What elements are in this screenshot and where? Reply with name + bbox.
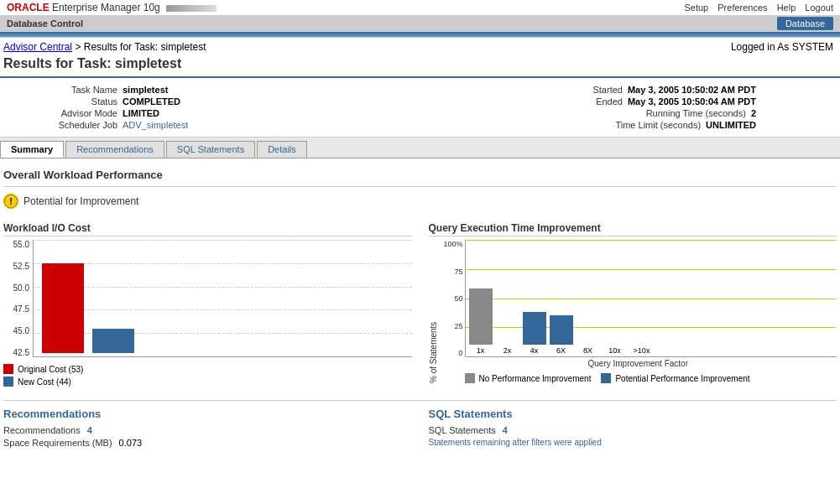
qet-bar-4x: 4x bbox=[523, 312, 546, 355]
qet-label-8x: 8X bbox=[583, 346, 592, 355]
time-limit-row: Time Limit (seconds) UNLIMITED bbox=[566, 120, 756, 130]
io-chart: 55.0 52.5 50.0 47.5 45.0 42.5 bbox=[3, 240, 412, 357]
qet-label-gt10x: >10x bbox=[634, 346, 650, 355]
help-link[interactable]: Help bbox=[777, 3, 796, 13]
preferences-link[interactable]: Preferences bbox=[717, 3, 767, 13]
io-chart-container: Workload I/O Cost 55.0 52.5 50.0 47.5 45… bbox=[3, 222, 412, 387]
qet-y-axis-label: % of Statements bbox=[429, 240, 438, 383]
qet-legend-blue-box bbox=[601, 373, 611, 383]
status-row: Status COMPLETED bbox=[34, 96, 188, 107]
qet-chart-title: Query Execution Time Improvement bbox=[429, 222, 837, 236]
ended-value: May 3, 2005 10:50:04 AM PDT bbox=[628, 96, 756, 107]
x-axis-title: Query Improvement Factor bbox=[440, 359, 837, 368]
sql-count-row: SQL Statements 4 bbox=[429, 425, 837, 435]
qy-0: 0 bbox=[458, 349, 462, 357]
io-y-axis: 55.0 52.5 50.0 47.5 45.0 42.5 bbox=[3, 240, 33, 357]
task-info-right: Started May 3, 2005 10:50:02 AM PDT Ende… bbox=[539, 85, 756, 130]
task-info-left: Task Name simpletest Status COMPLETED Ad… bbox=[34, 85, 188, 130]
tab-sql-statements[interactable]: SQL Statements bbox=[166, 141, 255, 158]
breadcrumb-area: Advisor Central > Results for Task: simp… bbox=[0, 38, 840, 55]
top-nav: Setup Preferences Help Logout bbox=[677, 3, 833, 13]
recommendations-count-label: Recommendations bbox=[3, 425, 81, 435]
blue-bar bbox=[0, 32, 840, 37]
tab-recommendations[interactable]: Recommendations bbox=[65, 141, 164, 158]
legend-new: New Cost (44) bbox=[3, 377, 412, 387]
time-limit-value: UNLIMITED bbox=[706, 120, 756, 130]
advisor-mode-row: Advisor Mode LIMITED bbox=[34, 108, 188, 118]
time-limit-label: Time Limit (seconds) bbox=[566, 120, 701, 130]
qet-bar-1x: 1x bbox=[469, 288, 493, 355]
qet-chart: 100% 75 50 25 0 bbox=[440, 240, 837, 357]
qet-bar-1x-gray bbox=[469, 288, 493, 345]
space-requirements-row: Space Requirements (MB) 0.073 bbox=[3, 438, 412, 448]
db-bar: Database Control Database bbox=[0, 15, 840, 32]
y-label-500: 50.0 bbox=[13, 283, 29, 293]
ended-row: Ended May 3, 2005 10:50:04 AM PDT bbox=[539, 96, 756, 107]
recommendations-count-link[interactable]: 4 bbox=[87, 425, 92, 435]
y-label-525: 52.5 bbox=[13, 262, 29, 271]
sql-count-link[interactable]: 4 bbox=[503, 425, 508, 435]
qy-50: 50 bbox=[454, 294, 462, 303]
top-bar: ORACLE Enterprise Manager 10g Setup Pref… bbox=[0, 0, 840, 15]
qet-legend: No Performance Improvement Potential Per… bbox=[440, 373, 837, 383]
qy-75: 75 bbox=[454, 268, 462, 276]
legend-new-text: New Cost (44) bbox=[18, 377, 71, 387]
qy-25: 25 bbox=[454, 322, 462, 330]
sql-statements-title: SQL Statements bbox=[429, 408, 837, 420]
tab-details[interactable]: Details bbox=[257, 141, 307, 158]
running-time-label: Running Time (seconds) bbox=[612, 108, 746, 118]
status-label: Status bbox=[34, 96, 117, 107]
database-badge: Database bbox=[777, 17, 833, 30]
task-name-label: Task Name bbox=[34, 85, 117, 95]
io-chart-legend: Original Cost (53) New Cost (44) bbox=[3, 364, 412, 387]
scheduler-job-label: Scheduler Job bbox=[34, 120, 117, 130]
breadcrumb-current: Results for Task: simpletest bbox=[84, 41, 206, 53]
task-name-value: simpletest bbox=[123, 85, 168, 95]
qy-100: 100% bbox=[443, 240, 462, 248]
y-label-550: 55.0 bbox=[13, 240, 29, 249]
qet-bar-8x: 8X bbox=[577, 345, 600, 355]
bar-new-cost bbox=[92, 329, 134, 353]
bar-original-cost bbox=[42, 263, 84, 353]
setup-link[interactable]: Setup bbox=[684, 3, 708, 13]
advisor-mode-value: LIMITED bbox=[123, 108, 159, 118]
oracle-text: ORACLE bbox=[7, 2, 50, 13]
em-title: Enterprise Manager 10g bbox=[52, 2, 160, 13]
y-label-425: 42.5 bbox=[13, 348, 29, 357]
legend-original-text: Original Cost (53) bbox=[18, 365, 83, 374]
potential-banner: ! Potential for Improvement bbox=[3, 194, 837, 209]
qet-bar-2x: 2x bbox=[496, 345, 519, 355]
recommendations-col: Recommendations Recommendations 4 Space … bbox=[3, 408, 412, 450]
space-value: 0.073 bbox=[119, 438, 143, 448]
qet-legend-no-text: No Performance Improvement bbox=[479, 374, 592, 383]
qet-bars: 1x 2x 4x bbox=[466, 240, 837, 356]
running-time-row: Running Time (seconds) 2 bbox=[612, 108, 756, 118]
db-control-label: Database Control bbox=[7, 18, 83, 29]
io-chart-area bbox=[33, 240, 412, 357]
scheduler-job-link[interactable]: ADV_simpletest bbox=[123, 120, 188, 130]
advisor-central-link[interactable]: Advisor Central bbox=[3, 41, 72, 53]
qet-bar-6x-blue bbox=[550, 315, 573, 345]
page-title: Results for Task: simpletest bbox=[0, 55, 840, 78]
scheduler-job-row: Scheduler Job ADV_simpletest bbox=[34, 120, 188, 130]
tab-summary[interactable]: Summary bbox=[0, 141, 64, 158]
io-chart-title: Workload I/O Cost bbox=[3, 222, 412, 236]
qet-label-6x: 6X bbox=[556, 346, 566, 355]
qet-legend-no-improvement: No Performance Improvement bbox=[465, 373, 592, 383]
tabs: Summary Recommendations SQL Statements D… bbox=[0, 138, 840, 158]
qet-chart-wrapper: % of Statements 100% 75 50 25 0 bbox=[429, 240, 837, 383]
legend-original: Original Cost (53) bbox=[3, 364, 412, 374]
recommendations-count-row: Recommendations 4 bbox=[3, 425, 412, 435]
started-label: Started bbox=[539, 85, 623, 95]
sql-count-label: SQL Statements bbox=[429, 425, 496, 435]
sql-statements-col: SQL Statements SQL Statements 4 Statemen… bbox=[429, 408, 837, 450]
qet-label-10x: 10x bbox=[608, 346, 621, 355]
started-value: May 3, 2005 10:50:02 AM PDT bbox=[628, 85, 756, 95]
logged-in-info: Logged in As SYSTEM bbox=[731, 41, 833, 53]
charts-row: Workload I/O Cost 55.0 52.5 50.0 47.5 45… bbox=[3, 222, 837, 387]
oracle-logo: ORACLE Enterprise Manager 10g bbox=[7, 2, 217, 13]
logout-link[interactable]: Logout bbox=[805, 3, 833, 13]
qet-label-4x: 4x bbox=[530, 346, 539, 355]
y-label-475: 47.5 bbox=[13, 304, 29, 314]
recommendations-title: Recommendations bbox=[3, 408, 412, 420]
